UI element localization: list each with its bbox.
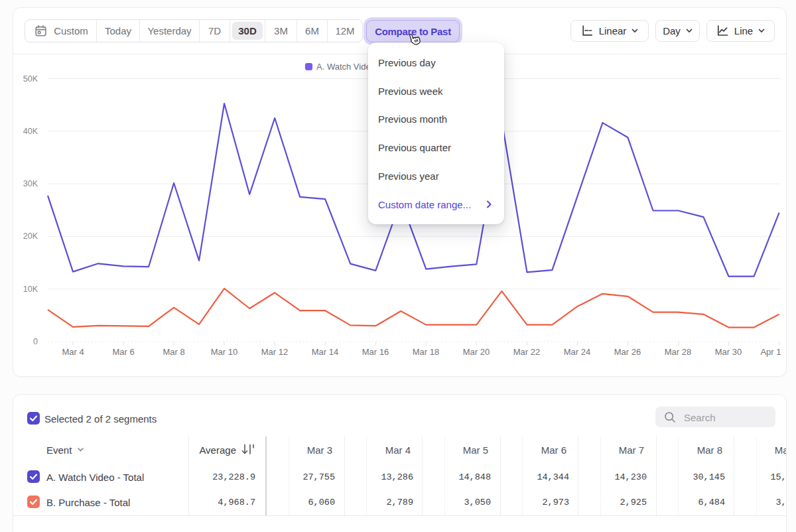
svg-text:Mar 10: Mar 10 — [211, 347, 237, 357]
svg-text:Mar 8: Mar 8 — [163, 347, 184, 357]
svg-text:0: 0 — [33, 337, 38, 346]
svg-text:Mar 16: Mar 16 — [362, 347, 389, 357]
svg-text:Mar 14: Mar 14 — [312, 347, 338, 357]
svg-text:Apr 1: Apr 1 — [760, 347, 781, 357]
svg-text:40K: 40K — [23, 127, 38, 136]
svg-text:Mar 6: Mar 6 — [112, 347, 134, 357]
svg-text:50K: 50K — [23, 74, 38, 84]
svg-text:Mar 24: Mar 24 — [564, 347, 590, 357]
svg-text:20K: 20K — [23, 232, 38, 241]
svg-text:Mar 18: Mar 18 — [413, 347, 439, 357]
svg-text:Mar 28: Mar 28 — [665, 347, 691, 357]
svg-text:Mar 20: Mar 20 — [463, 347, 490, 357]
svg-text:Mar 22: Mar 22 — [513, 347, 540, 357]
svg-text:Mar 30: Mar 30 — [715, 347, 742, 357]
svg-text:Mar 4: Mar 4 — [62, 347, 84, 357]
svg-text:10K: 10K — [23, 285, 38, 294]
svg-text:Mar 12: Mar 12 — [261, 347, 288, 357]
svg-text:Mar 26: Mar 26 — [614, 347, 641, 357]
svg-text:30K: 30K — [23, 179, 38, 188]
